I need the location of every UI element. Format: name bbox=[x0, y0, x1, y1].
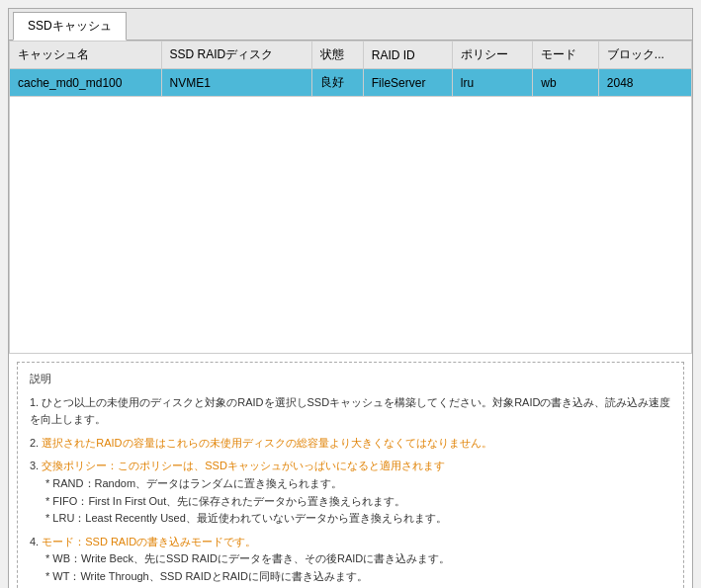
cell-mode: wb bbox=[533, 69, 599, 97]
cell-status: 良好 bbox=[312, 69, 363, 97]
desc-item-3: 3. 交換ポリシー：このポリシーは、SSDキャッシュがいっぱいになると適用されま… bbox=[30, 458, 671, 527]
empty-area bbox=[9, 97, 692, 354]
col-ssd-raid-disk: SSD RAIDディスク bbox=[161, 42, 312, 69]
tab-ssd-cache[interactable]: SSDキャッシュ bbox=[13, 12, 127, 41]
description-box: 説明 1. ひとつ以上の未使用のディスクと対象のRAIDを選択しSSDキャッシュ… bbox=[17, 362, 684, 588]
desc-text: 1. ひとつ以上の未使用のディスクと対象のRAIDを選択しSSDキャッシュを構築… bbox=[30, 394, 671, 429]
cell-cache_name: cache_md0_md100 bbox=[10, 69, 162, 97]
table-wrapper: キャッシュ名 SSD RAIDディスク 状態 RAID ID ポリシー モード … bbox=[9, 41, 692, 97]
main-window: SSDキャッシュ キャッシュ名 SSD RAIDディスク 状態 RAID ID … bbox=[8, 8, 693, 588]
content-area: キャッシュ名 SSD RAIDディスク 状態 RAID ID ポリシー モード … bbox=[9, 41, 692, 588]
desc-item-1: 1. ひとつ以上の未使用のディスクと対象のRAIDを選択しSSDキャッシュを構築… bbox=[30, 394, 671, 429]
col-block: ブロック... bbox=[598, 42, 691, 69]
table-header-row: キャッシュ名 SSD RAIDディスク 状態 RAID ID ポリシー モード … bbox=[10, 42, 692, 69]
desc-section-title: 4. モード：SSD RAIDの書き込みモードです。 bbox=[30, 534, 671, 551]
desc-bullet: * RAND：Random、データはランダムに置き換えられます。 bbox=[30, 475, 671, 493]
cell-raid_id: FileServer bbox=[363, 69, 452, 97]
desc-bullet: * LRU：Least Recently Used、最近使われていないデータから… bbox=[30, 510, 671, 528]
col-mode: モード bbox=[533, 42, 599, 69]
description-content: 1. ひとつ以上の未使用のディスクと対象のRAIDを選択しSSDキャッシュを構築… bbox=[30, 394, 671, 588]
desc-section-title: 3. 交換ポリシー：このポリシーは、SSDキャッシュがいっぱいになると適用されま… bbox=[30, 458, 671, 475]
desc-bullet: * FIFO：First In First Out、先に保存されたデータから置き… bbox=[30, 493, 671, 511]
tab-bar: SSDキャッシュ bbox=[9, 9, 692, 41]
table-row[interactable]: cache_md0_md100NVME1良好FileServerlruwb204… bbox=[10, 69, 692, 97]
desc-text: 2. 選択されたRAIDの容量はこれらの未使用ディスクの総容量より大きくなくては… bbox=[30, 435, 671, 453]
desc-bullet: * WT：Write Through、SSD RAIDとRAIDに同時に書き込み… bbox=[30, 568, 671, 586]
col-policy: ポリシー bbox=[452, 42, 533, 69]
desc-bullet: * WB：Write Beck、先にSSD RAIDにデータを書き、その後RAI… bbox=[30, 550, 671, 568]
desc-item-4: 4. モード：SSD RAIDの書き込みモードです。* WB：Write Bec… bbox=[30, 534, 671, 588]
cell-ssd_raid_disk: NVME1 bbox=[161, 69, 312, 97]
description-title: 説明 bbox=[30, 371, 671, 388]
col-status: 状態 bbox=[312, 42, 363, 69]
cache-table: キャッシュ名 SSD RAIDディスク 状態 RAID ID ポリシー モード … bbox=[9, 41, 692, 97]
col-cache-name: キャッシュ名 bbox=[10, 42, 162, 69]
desc-item-2: 2. 選択されたRAIDの容量はこれらの未使用ディスクの総容量より大きくなくては… bbox=[30, 435, 671, 453]
col-raid-id: RAID ID bbox=[363, 42, 452, 69]
cell-policy: lru bbox=[452, 69, 533, 97]
cell-block: 2048 bbox=[598, 69, 691, 97]
